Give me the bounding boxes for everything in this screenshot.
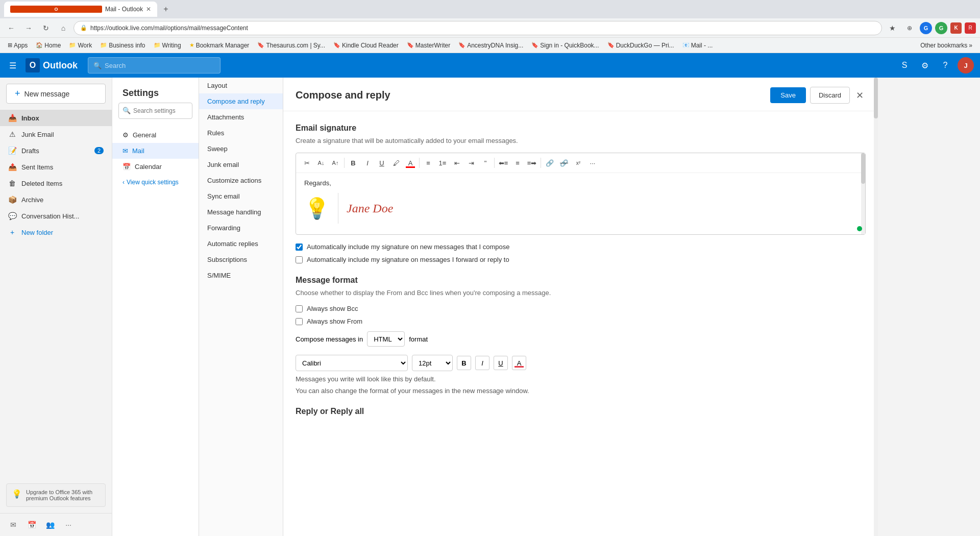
show-bcc-checkbox[interactable]: [296, 305, 303, 312]
bookmark-quickbooks[interactable]: 🔖Sign in - QuickBook...: [528, 40, 602, 51]
toolbar-list-bullet-button[interactable]: ≡: [422, 156, 435, 169]
profile-button[interactable]: G: [920, 22, 932, 34]
signature-editor[interactable]: ✂ A↓ A↑ B I U 🖊 A ≡ 1: [296, 153, 866, 235]
sidebar-item-junk[interactable]: ⚠ Junk Email: [0, 126, 112, 142]
toolbar-align-left-button[interactable]: ⬅≡: [497, 156, 510, 169]
sidebar-item-conversation[interactable]: 💬 Conversation Hist...: [0, 208, 112, 224]
skype-button[interactable]: S: [896, 57, 913, 74]
help-button[interactable]: ?: [937, 57, 953, 74]
font-color-button[interactable]: A: [512, 356, 526, 370]
toolbar-italic-button[interactable]: I: [361, 156, 374, 169]
extensions-button[interactable]: ⊕: [902, 21, 917, 35]
submenu-automatic-replies[interactable]: Automatic replies: [199, 236, 283, 252]
auto-signature-forward-checkbox[interactable]: [296, 256, 303, 263]
settings-nav-calendar[interactable]: 📅 Calendar: [112, 159, 199, 175]
font-underline-button[interactable]: U: [494, 356, 508, 370]
toolbar-list-number-button[interactable]: 1≡: [436, 156, 449, 169]
sidebar-item-archive[interactable]: 📦 Archive: [0, 191, 112, 208]
view-quick-settings[interactable]: ‹ View quick settings: [112, 175, 199, 190]
new-tab-button[interactable]: +: [159, 3, 173, 16]
toolbar-indent-left-button[interactable]: ⇤: [450, 156, 463, 169]
toolbar-scissors-button[interactable]: ✂: [300, 156, 313, 169]
sidebar-item-sent[interactable]: 📤 Sent Items: [0, 159, 112, 175]
submenu-rules[interactable]: Rules: [199, 125, 283, 141]
header-search-bar[interactable]: 🔍: [88, 57, 220, 74]
mail-action-button[interactable]: ✉: [6, 518, 20, 532]
submenu-smime[interactable]: S/MIME: [199, 267, 283, 283]
bookmark-business[interactable]: 📁Business info: [96, 40, 149, 51]
size-select[interactable]: 12pt: [412, 355, 453, 371]
bookmark-ancestry[interactable]: 🔖AncestryDNA Insig...: [455, 40, 527, 51]
submenu-layout[interactable]: Layout: [199, 78, 283, 93]
editor-scrollbar-thumb[interactable]: [861, 153, 865, 184]
bookmark-other[interactable]: Other bookmarks »: [917, 40, 976, 51]
toolbar-indent-right-button[interactable]: ⇥: [464, 156, 478, 169]
toolbar-unlink-button[interactable]: 🔗: [557, 156, 571, 169]
close-button[interactable]: ✕: [854, 88, 866, 103]
bookmark-apps[interactable]: ⊞Apps: [4, 40, 31, 51]
font-italic-button[interactable]: I: [475, 356, 489, 370]
settings-button[interactable]: ⚙: [917, 57, 933, 74]
bookmark-duckduckgo[interactable]: 🔖DuckDuckGo — Pri...: [604, 40, 678, 51]
toolbar-highlight-button[interactable]: 🖊: [389, 156, 403, 169]
bookmark-mail[interactable]: 📧Mail - ...: [679, 40, 717, 51]
more-action-button[interactable]: ···: [61, 518, 76, 532]
toolbar-align-center-button[interactable]: ≡: [511, 156, 524, 169]
forward-button[interactable]: →: [21, 21, 36, 35]
home-button[interactable]: ⌂: [56, 21, 70, 35]
sync-button[interactable]: G: [935, 22, 947, 34]
people-action-button[interactable]: 👥: [43, 518, 57, 532]
bookmark-thesaurus[interactable]: 🔖Thesaurus.com | Sy...: [254, 40, 329, 51]
toolbar-bold-button[interactable]: B: [347, 156, 360, 169]
toolbar-align-right-button[interactable]: ≡➡: [525, 156, 538, 169]
hamburger-menu-button[interactable]: ☰: [6, 58, 19, 74]
editor-content[interactable]: Regards, 💡 Jane Doe: [296, 173, 865, 234]
extension-icon[interactable]: K: [950, 22, 962, 34]
font-bold-button[interactable]: B: [457, 356, 471, 370]
reload-button[interactable]: ↻: [39, 21, 53, 35]
toolbar-link-button[interactable]: 🔗: [543, 156, 556, 169]
bookmark-button[interactable]: ★: [885, 21, 899, 35]
toolbar-superscript-button[interactable]: x²: [572, 156, 585, 169]
toolbar-font-size-inc-button[interactable]: A↑: [329, 156, 342, 169]
show-from-checkbox[interactable]: [296, 318, 303, 325]
browser-tab[interactable]: O Mail - Outlook ✕: [4, 2, 157, 17]
settings-nav-general[interactable]: ⚙ General: [112, 127, 199, 143]
font-select[interactable]: Calibri: [296, 355, 408, 371]
auto-signature-new-checkbox[interactable]: [296, 243, 303, 251]
calendar-action-button[interactable]: 📅: [24, 518, 39, 532]
submenu-subscriptions[interactable]: Subscriptions: [199, 252, 283, 267]
toolbar-more-button[interactable]: ···: [586, 156, 599, 169]
bookmark-work[interactable]: 📁Work: [65, 40, 95, 51]
submenu-sweep[interactable]: Sweep: [199, 141, 283, 157]
toolbar-font-size-dec-button[interactable]: A↓: [314, 156, 328, 169]
submenu-sync-email[interactable]: Sync email: [199, 188, 283, 204]
extension-icon2[interactable]: R: [965, 22, 976, 34]
sidebar-item-deleted[interactable]: 🗑 Deleted Items: [0, 175, 112, 191]
toolbar-color-button[interactable]: A: [404, 156, 417, 169]
bookmark-masterwriter[interactable]: 🔖MasterWriter: [403, 40, 454, 51]
toolbar-underline-button[interactable]: U: [375, 156, 388, 169]
user-avatar[interactable]: J: [958, 57, 974, 74]
save-button[interactable]: Save: [770, 87, 806, 103]
submenu-forwarding[interactable]: Forwarding: [199, 220, 283, 236]
bookmark-writing[interactable]: 📁Writing: [150, 40, 185, 51]
submenu-compose-reply[interactable]: Compose and reply: [199, 93, 283, 109]
bookmark-kindle[interactable]: 🔖Kindle Cloud Reader: [330, 40, 402, 51]
new-message-button[interactable]: + New message: [6, 84, 106, 104]
content-scrollbar-thumb[interactable]: [874, 78, 878, 118]
tab-close-button[interactable]: ✕: [146, 6, 151, 13]
submenu-customize-actions[interactable]: Customize actions: [199, 173, 283, 188]
search-input[interactable]: [105, 62, 215, 69]
toolbar-quote-button[interactable]: ": [479, 156, 492, 169]
bookmark-home[interactable]: 🏠Home: [32, 40, 64, 51]
sidebar-item-drafts[interactable]: 📝 Drafts 2: [0, 142, 112, 159]
submenu-attachments[interactable]: Attachments: [199, 109, 283, 125]
submenu-junk-email[interactable]: Junk email: [199, 157, 283, 173]
format-select[interactable]: HTML: [367, 331, 405, 347]
sidebar-item-inbox[interactable]: 📥 Inbox: [0, 110, 112, 126]
submenu-message-handling[interactable]: Message handling: [199, 204, 283, 220]
back-button[interactable]: ←: [4, 21, 18, 35]
sidebar-item-new-folder[interactable]: + New folder: [0, 224, 112, 240]
settings-nav-mail[interactable]: ✉ Mail: [112, 143, 199, 159]
